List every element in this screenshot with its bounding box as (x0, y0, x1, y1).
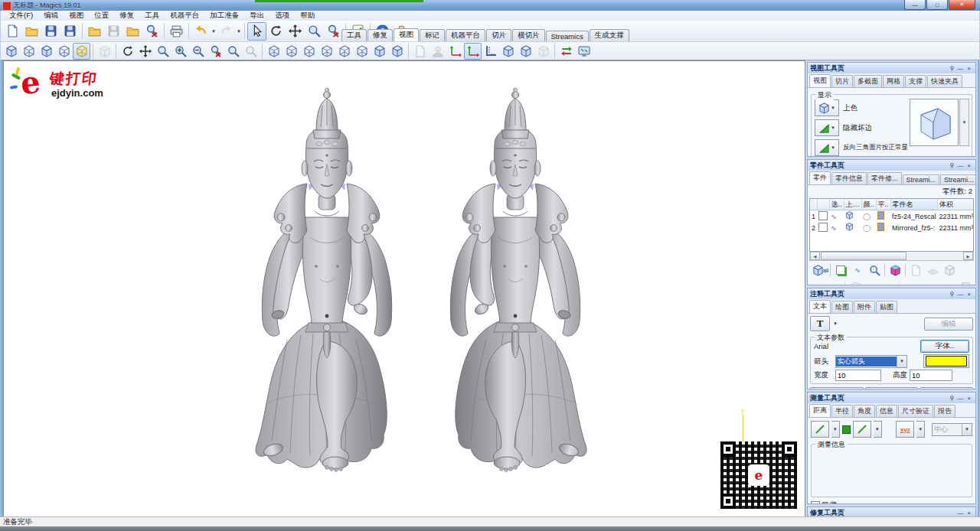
export-part-icon[interactable] (957, 279, 974, 285)
select-button[interactable]: 选择 (810, 387, 864, 389)
tab-machine[interactable]: 机器平台 (446, 29, 485, 41)
scroll-right-icon[interactable]: ▶ (963, 252, 973, 260)
menu-help[interactable]: 帮助 (295, 11, 320, 21)
parts-table-hscrollbar[interactable]: ◀ ▶ (809, 252, 974, 261)
tab-parts-streamics2[interactable]: Streami... (940, 174, 975, 184)
view-hidden-wire-icon[interactable] (38, 43, 55, 60)
rotate-view-icon[interactable] (119, 43, 136, 60)
tab-annotate-attach[interactable]: 附件 (854, 301, 875, 313)
zoom-out-icon[interactable] (189, 43, 207, 60)
view-wireframe-icon[interactable] (73, 43, 90, 60)
tab-parts-streamics1[interactable]: Streami... (903, 174, 940, 184)
render-cube-icon[interactable] (844, 222, 861, 233)
tab-annotate-text[interactable]: 文本 (809, 300, 831, 313)
table-row[interactable]: 1 ∿ ◯ fz5-24_Rescal 22311 mm³ 0 (810, 210, 974, 223)
tab-view-support[interactable]: 支撑 (905, 75, 926, 87)
tab-support[interactable]: 生成支撑 (590, 29, 629, 41)
view-left-icon[interactable] (300, 43, 318, 60)
close-button[interactable]: ✕ (949, 0, 975, 10)
panel-minimize-icon[interactable]: — (956, 510, 965, 516)
pin-icon[interactable]: ⚲ (948, 65, 956, 72)
tab-view-grid[interactable]: 网格 (883, 75, 904, 87)
xyz-mode-icon[interactable]: xyz (896, 421, 914, 438)
measure-target-icon[interactable] (853, 421, 871, 438)
tab-parts-fix[interactable]: 零件修... (867, 172, 902, 184)
tab-parts-info[interactable]: 零件信息 (831, 172, 867, 184)
platform-state-icon[interactable] (876, 222, 890, 233)
text-tool-button[interactable]: T (810, 316, 830, 331)
menu-fix[interactable]: 修复 (114, 11, 139, 21)
panel-close-icon[interactable]: × (965, 65, 973, 72)
view-iso-icon[interactable] (371, 43, 388, 60)
menu-build-prep[interactable]: 加工准备 (204, 11, 244, 21)
menu-file[interactable]: 文件(F) (4, 11, 38, 21)
view-front-icon[interactable] (265, 43, 283, 60)
pin-icon[interactable]: ⚲ (948, 395, 956, 402)
text-tool-dropdown-icon[interactable]: ▼ (832, 321, 838, 326)
new-file-icon[interactable] (3, 22, 22, 41)
open-icon[interactable] (22, 22, 41, 41)
table-row[interactable]: 2 ∿ ◯ Mirrored_fz5-: 22311 mm³ 0 (810, 222, 974, 233)
plate-part-icon[interactable] (924, 262, 941, 278)
tab-measure-angle[interactable]: 角度 (854, 405, 875, 417)
duplicate-part-icon[interactable] (941, 262, 958, 278)
colored-part-icon[interactable] (887, 262, 903, 278)
green-triangle-icon[interactable]: ▼ (815, 139, 839, 156)
panel-close-icon[interactable]: × (965, 510, 973, 516)
chevron-down-icon[interactable]: ▼ (916, 421, 925, 438)
shaded-cube-icon[interactable]: ▼ (815, 99, 839, 116)
measure-panel-titlebar[interactable]: 测量工具页 ⚲ — × (808, 393, 975, 403)
view-bottom-icon[interactable] (353, 43, 371, 60)
zoom-back-icon[interactable] (224, 43, 242, 60)
tab-view[interactable]: 视图 (394, 28, 419, 41)
color-state-icon[interactable]: ◯ (861, 222, 876, 233)
delete-part-icon[interactable]: × (826, 279, 843, 285)
panel-minimize-icon[interactable]: — (956, 162, 965, 169)
parts-panel-titlebar[interactable]: 零件工具页 ⚲ — × (808, 160, 975, 171)
arrow-color-button[interactable] (923, 354, 969, 368)
rotate-icon[interactable] (266, 22, 286, 41)
tab-cross-slices[interactable]: 横切片 (512, 29, 545, 41)
menu-position[interactable]: 位置 (89, 11, 114, 21)
parts-table[interactable]: 选.. 上… 颜.. 平.. 零件名 体积 数 1 (809, 198, 974, 252)
open-part-icon[interactable] (85, 22, 104, 41)
chevron-down-icon[interactable]: ▼ (874, 421, 882, 438)
note-icon[interactable] (411, 43, 429, 60)
save-part-icon[interactable] (104, 22, 123, 41)
zoom-view-icon[interactable] (154, 43, 172, 60)
tab-fix[interactable]: 修复 (368, 29, 393, 41)
view-shade-wire-icon[interactable] (20, 43, 38, 60)
fit-all-icon[interactable]: ∿ (849, 262, 866, 278)
panel-minimize-icon[interactable]: — (956, 291, 965, 298)
menu-machine[interactable]: 机器平台 (165, 11, 204, 21)
view-cube-preview[interactable] (910, 99, 959, 146)
tab-parts-list[interactable]: 零件 (809, 171, 831, 184)
cube-dark-icon[interactable] (517, 43, 534, 60)
pin-icon[interactable]: ⚲ (948, 162, 956, 169)
chevron-down-icon[interactable]: ▼ (831, 421, 840, 438)
tab-view-slices[interactable]: 切片 (831, 75, 853, 87)
cube-gray-icon[interactable] (96, 43, 113, 60)
view-panel-titlebar[interactable]: 视图工具页 ⚲ — × (808, 63, 975, 73)
view-top-icon[interactable] (335, 43, 353, 60)
measure-point-icon[interactable] (811, 421, 829, 438)
settings-button[interactable]: 设置 (920, 387, 973, 389)
list-indent-icon[interactable]: ≡ (901, 279, 918, 285)
tab-measure-distance[interactable]: 距离 (809, 404, 831, 417)
edit-button[interactable]: 编辑 (924, 318, 973, 331)
font-button[interactable]: 字体.. (920, 340, 969, 353)
delete-part-icon[interactable] (142, 22, 162, 41)
tab-streamics[interactable]: Streamics (546, 31, 589, 41)
scroll-left-icon[interactable]: ◀ (810, 252, 820, 260)
undo-icon[interactable] (191, 22, 211, 41)
tab-annotations[interactable]: 标记 (420, 29, 445, 41)
cube-info-icon[interactable] (499, 43, 517, 60)
statue-models[interactable] (4, 61, 805, 517)
list-info-icon[interactable]: ≡ (918, 279, 935, 285)
tab-measure-radius[interactable]: 半径 (831, 405, 853, 417)
panel-minimize-icon[interactable]: — (956, 395, 965, 402)
tab-tools[interactable]: 工具 (341, 29, 367, 41)
menu-edit[interactable]: 编辑 (38, 11, 64, 21)
title-bar[interactable]: 无标题 - Magics 19.01 — □ ✕ (0, 0, 980, 11)
view-selected-icon[interactable] (866, 262, 883, 278)
